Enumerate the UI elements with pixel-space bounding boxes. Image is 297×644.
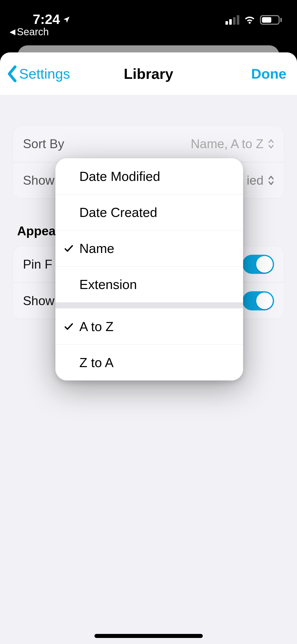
back-button[interactable]: Settings [8,66,70,82]
wifi-icon [244,15,255,24]
pin-folders-label: Pin F [23,257,52,272]
show-value-container: ied [247,173,274,188]
sort-by-value-container: Name, A to Z [191,137,274,151]
chevron-left-icon [8,66,18,82]
menu-item-date-created[interactable]: Date Created [55,194,243,230]
sort-by-row[interactable]: Sort By Name, A to Z [13,126,284,162]
pin-folders-toggle[interactable] [242,255,274,274]
nav-bar: Settings Library Done [0,52,297,95]
battery-icon [260,15,282,25]
up-down-arrows-icon [268,139,274,149]
sort-by-value: Name, A to Z [191,137,263,151]
show-label: Show [23,173,54,188]
menu-item-date-modified[interactable]: Date Modified [55,158,243,194]
status-right-group [225,15,282,25]
up-down-arrows-icon [268,175,274,185]
done-button[interactable]: Done [251,66,286,82]
status-time-group: 7:24 [33,11,71,27]
show-extensions-label: Show [23,294,54,308]
menu-item-name[interactable]: Name [55,230,243,266]
sort-by-popover: Date ModifiedDate CreatedNameExtension A… [55,158,243,380]
menu-item-label: Date Created [79,205,157,220]
menu-item-label: Name [79,241,114,256]
checkmark-icon [63,243,74,254]
status-back-app-label: Search [17,26,49,38]
location-icon [62,16,71,24]
status-bar: 7:24 ◀ Search [0,0,297,45]
cellular-icon [225,15,239,25]
menu-item-label: Extension [79,277,137,292]
sort-by-label: Sort By [23,137,64,151]
menu-item-label: Z to A [79,355,114,370]
menu-section-separator [55,302,243,308]
menu-item-label: A to Z [79,319,114,334]
show-extensions-toggle[interactable] [242,291,274,310]
page-title: Library [124,65,173,82]
show-value: ied [247,173,263,188]
home-indicator[interactable] [94,634,203,638]
menu-item-a-to-z[interactable]: A to Z [55,308,243,344]
menu-item-z-to-a[interactable]: Z to A [55,344,243,380]
triangle-left-icon: ◀ [10,28,15,36]
checkmark-icon [63,321,74,332]
status-bar-back-app[interactable]: ◀ Search [10,26,49,38]
status-time: 7:24 [33,11,60,27]
back-button-label: Settings [19,66,70,82]
menu-item-label: Date Modified [79,169,160,184]
menu-item-extension[interactable]: Extension [55,266,243,302]
